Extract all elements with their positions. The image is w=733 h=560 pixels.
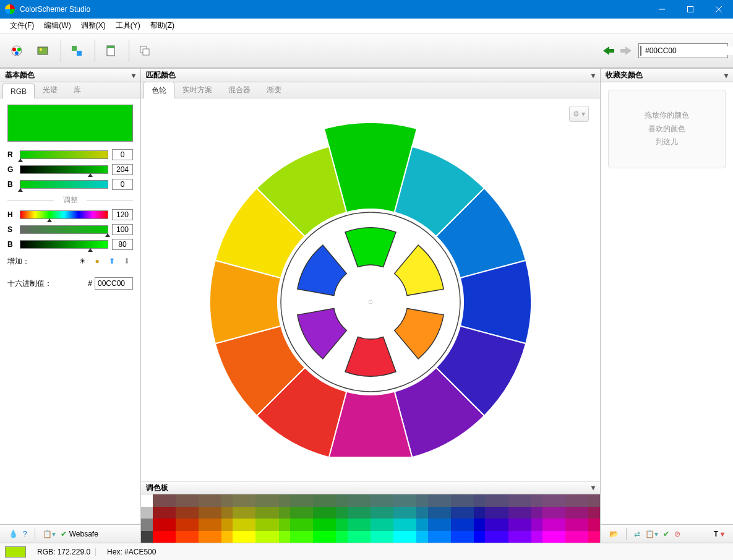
palette-cell[interactable] <box>164 494 176 507</box>
palette-cell[interactable] <box>244 507 256 519</box>
palette-cell[interactable] <box>542 494 554 507</box>
palette-cell[interactable] <box>233 519 244 531</box>
palette-cell[interactable] <box>542 507 554 519</box>
tab-mixer[interactable]: 混合器 <box>220 81 259 98</box>
websafe-button[interactable]: ✔ Websafe <box>58 528 101 540</box>
palette-cell[interactable] <box>210 494 221 507</box>
slider-r[interactable] <box>20 150 108 159</box>
palette-cell[interactable] <box>382 507 394 519</box>
palette-cell[interactable] <box>565 494 577 507</box>
slider-value-b[interactable]: 0 <box>112 179 133 190</box>
palette-cell[interactable] <box>279 531 291 543</box>
slider-value-v[interactable]: 80 <box>112 239 133 250</box>
wheel-settings-button[interactable]: ⚙ ▾ <box>569 106 589 122</box>
palette-cell[interactable] <box>451 494 463 507</box>
slider-s[interactable] <box>20 225 108 234</box>
favorites-drop-zone[interactable]: 拖放你的颜色 喜欢的颜色 到这儿 <box>608 90 726 168</box>
palette-cell[interactable] <box>554 531 566 543</box>
panel-dropdown-favorites[interactable]: ▾ <box>724 71 728 80</box>
slider-v[interactable] <box>20 240 108 249</box>
menu-edit[interactable]: 编辑(W) <box>39 18 75 33</box>
palette-cell[interactable] <box>187 494 199 507</box>
palette-cell[interactable] <box>187 531 199 543</box>
palette-cell[interactable] <box>267 507 279 519</box>
palette-cell[interactable] <box>371 519 382 531</box>
palette-cell[interactable] <box>520 507 531 519</box>
palette-cell[interactable] <box>439 519 451 531</box>
palette-cell[interactable] <box>210 507 221 519</box>
nav-back-button[interactable] <box>601 43 616 58</box>
palette-cell[interactable] <box>428 531 440 543</box>
menu-adjust[interactable]: 调整(X) <box>76 18 111 33</box>
palette-cell[interactable] <box>233 494 244 507</box>
nav-forward-button[interactable] <box>619 43 633 58</box>
palette-cell[interactable] <box>199 531 210 543</box>
palette-cell[interactable] <box>199 519 210 531</box>
palette-cell[interactable] <box>588 494 600 507</box>
palette-cell[interactable] <box>221 507 233 519</box>
palette-cell[interactable] <box>497 519 508 531</box>
palette-cell[interactable] <box>588 519 600 531</box>
palette-cell[interactable] <box>359 519 371 531</box>
copy-button[interactable]: 📋▾ <box>40 528 58 540</box>
palette-cell[interactable] <box>405 519 417 531</box>
palette-cell[interactable] <box>336 519 348 531</box>
fav-text-button[interactable]: T▾ <box>711 528 727 540</box>
palette-cell[interactable] <box>451 507 463 519</box>
palette-cell[interactable] <box>393 519 405 531</box>
palette-cell[interactable] <box>325 519 336 531</box>
palette-cell[interactable] <box>520 531 531 543</box>
palette-cell[interactable] <box>451 531 463 543</box>
palette-cell[interactable] <box>244 519 256 531</box>
panel-dropdown-match-color[interactable]: ▾ <box>591 71 595 80</box>
palette-cell[interactable] <box>290 519 302 531</box>
fav-swap-button[interactable]: ⇄ <box>632 528 643 540</box>
palette-cell[interactable] <box>382 494 394 507</box>
palette-cell[interactable] <box>508 519 520 531</box>
palette-cell[interactable] <box>588 507 600 519</box>
palette-cell[interactable] <box>199 494 210 507</box>
palette-cell[interactable] <box>565 531 577 543</box>
palette-cell[interactable] <box>267 531 279 543</box>
hex-combo-input[interactable] <box>645 46 733 55</box>
palette-cell[interactable] <box>520 519 531 531</box>
palette-cell[interactable] <box>255 507 267 519</box>
palette-cell[interactable] <box>187 507 199 519</box>
palette-cell[interactable] <box>428 519 440 531</box>
palette-cell[interactable] <box>462 519 474 531</box>
palette-cell[interactable] <box>176 519 187 531</box>
hex-input[interactable] <box>95 277 133 290</box>
hex-combo[interactable]: ▾ <box>638 43 728 58</box>
palette-cell[interactable] <box>542 531 554 543</box>
palette-cell[interactable] <box>290 531 302 543</box>
palette-cell[interactable] <box>267 519 279 531</box>
palette-cell[interactable] <box>508 507 520 519</box>
palette-cell[interactable] <box>508 531 520 543</box>
palette-cell[interactable] <box>348 494 359 507</box>
palette-cell[interactable] <box>416 519 428 531</box>
tab-library[interactable]: 库 <box>66 81 89 98</box>
palette-cell[interactable] <box>153 494 165 507</box>
fav-reject-button[interactable]: ⊘ <box>672 528 683 540</box>
palette-cell[interactable] <box>233 531 244 543</box>
tool-document-icon[interactable] <box>99 39 122 62</box>
palette-cell[interactable] <box>336 494 348 507</box>
palette-cell[interactable] <box>405 494 417 507</box>
palette-cell[interactable] <box>497 507 508 519</box>
tool-copy-icon[interactable] <box>133 39 156 62</box>
palette-cell[interactable] <box>244 531 256 543</box>
palette-cell[interactable] <box>302 531 314 543</box>
palette-cell[interactable] <box>462 531 474 543</box>
palette-cell[interactable] <box>187 519 199 531</box>
palette-cell[interactable] <box>141 531 153 543</box>
palette-cell[interactable] <box>439 507 451 519</box>
palette-cell[interactable] <box>176 531 187 543</box>
palette-cell[interactable] <box>531 507 543 519</box>
palette-cell[interactable] <box>520 494 531 507</box>
menu-file[interactable]: 文件(F) <box>5 18 39 33</box>
palette-cell[interactable] <box>313 494 325 507</box>
palette-cell[interactable] <box>221 494 233 507</box>
palette-cell[interactable] <box>531 494 543 507</box>
palette-cell[interactable] <box>199 507 210 519</box>
palette-cell[interactable] <box>255 531 267 543</box>
